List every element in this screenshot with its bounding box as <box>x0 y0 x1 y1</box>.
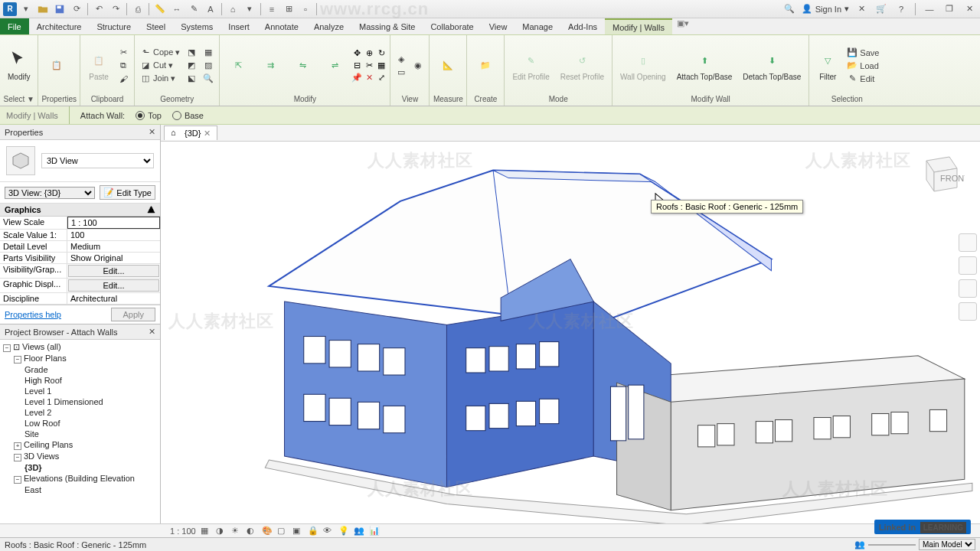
tab-steel[interactable]: Steel <box>139 18 173 34</box>
edit-profile-button[interactable]: ✎Edit Profile <box>508 48 554 83</box>
view-tool-3[interactable]: ◉ <box>410 60 426 72</box>
wall-opening-button[interactable]: ▯Wall Opening <box>616 48 671 83</box>
create-button[interactable]: 📁 <box>470 54 501 78</box>
tab-massing[interactable]: Massing & Site <box>351 18 423 34</box>
thinlines-icon[interactable]: ≡ <box>264 2 279 17</box>
geom-tool-5[interactable]: ▨ <box>201 60 216 72</box>
join-button[interactable]: ◫Join ▾ <box>138 73 182 85</box>
analytical-icon[interactable]: 📊 <box>369 526 380 536</box>
open-icon[interactable] <box>35 2 51 17</box>
properties-close-icon[interactable]: ✕ <box>149 127 155 137</box>
prop-row[interactable]: Graphic Displ...Edit... <box>0 279 160 293</box>
prop-row[interactable]: Parts VisibilityShow Original <box>0 253 160 264</box>
tab-insert[interactable]: Insert <box>220 18 257 34</box>
temp-hide-icon[interactable]: 👁 <box>323 526 334 536</box>
tab-manage[interactable]: Manage <box>514 18 560 34</box>
tab-file[interactable]: File <box>0 18 29 34</box>
trim-icon[interactable]: ⊟ <box>351 60 362 71</box>
print-icon[interactable]: ⎙ <box>130 2 145 17</box>
edit-type-button[interactable]: 📝Edit Type <box>100 185 155 200</box>
redo-icon[interactable]: ↷ <box>108 2 123 17</box>
array-icon[interactable]: ▦ <box>376 60 387 71</box>
tree-fp-item[interactable]: Low Roof <box>3 418 157 429</box>
copy-tool-icon[interactable]: ⊕ <box>364 48 374 59</box>
visual-style-icon[interactable]: ◑ <box>216 526 227 536</box>
graphics-section-header[interactable]: Graphics⯅ <box>0 204 160 217</box>
geom-tool-6[interactable]: 🔍 <box>201 73 216 85</box>
close-window-icon[interactable]: ✕ <box>962 2 977 17</box>
geom-tool-3[interactable]: ⬕ <box>184 73 199 85</box>
tree-fp-item[interactable]: High Roof <box>3 375 157 386</box>
tree-views-root[interactable]: −⊡ Views (all) <box>3 341 157 353</box>
minimize-icon[interactable]: — <box>922 2 937 17</box>
edit-sel-button[interactable]: ✎Edit <box>844 73 881 85</box>
offset-button[interactable]: ⇉ <box>255 54 286 78</box>
tab-modify-walls[interactable]: Modify | Walls <box>605 18 672 34</box>
split-icon[interactable]: ✂ <box>364 60 374 71</box>
nav-wheel-icon[interactable] <box>959 233 977 252</box>
radio-top[interactable]: Top <box>136 111 162 120</box>
sync-icon[interactable]: ⟳ <box>69 2 84 17</box>
cope-button[interactable]: ⬑Cope ▾ <box>138 47 182 59</box>
paste-button[interactable]: 📋 Paste <box>83 48 114 83</box>
prop-row[interactable]: DisciplineArchitectural <box>0 293 160 305</box>
worksets-icon[interactable]: 👥 <box>854 540 865 549</box>
move-icon[interactable]: ✥ <box>351 48 362 59</box>
tab-finish-icon[interactable]: ▣▾ <box>672 18 694 34</box>
tab-structure[interactable]: Structure <box>89 18 139 34</box>
properties-help-link[interactable]: Properties help <box>5 310 61 319</box>
3d-canvas[interactable]: Roofs : Basic Roof : Generic - 125mm FRO… <box>161 142 980 523</box>
load-sel-button[interactable]: 📂Load <box>844 60 881 72</box>
tab-analyze[interactable]: Analyze <box>306 18 351 34</box>
worksharing-icon[interactable]: 👥 <box>354 526 364 536</box>
tree-fp-item[interactable]: Grade <box>3 364 157 375</box>
qat-menu-icon[interactable]: ▾ <box>18 2 34 17</box>
shadows-icon[interactable]: ◐ <box>247 526 257 536</box>
measure-icon[interactable]: 📏 <box>152 2 168 17</box>
rendering-icon[interactable]: 🎨 <box>262 526 273 536</box>
apply-button[interactable]: Apply <box>111 308 155 321</box>
tree-fp-item[interactable]: Level 2 <box>3 407 157 418</box>
tab-view[interactable]: View <box>482 18 515 34</box>
detail-level-icon[interactable]: ▦ <box>201 526 211 536</box>
tree-floor-plans[interactable]: −Floor Plans <box>3 353 157 364</box>
panel-select-label[interactable]: Select ▼ <box>3 94 34 104</box>
switch-window-icon[interactable]: ▫ <box>298 2 313 17</box>
tree-ceiling-plans[interactable]: +Ceiling Plans <box>3 439 157 451</box>
tag-icon[interactable]: ✎ <box>186 2 201 17</box>
text-icon[interactable]: A <box>203 2 218 17</box>
modify-button[interactable]: Modify <box>3 48 34 83</box>
match-button[interactable]: 🖌 <box>116 73 131 85</box>
filter-button[interactable]: ▽Filter <box>812 48 843 83</box>
prop-row[interactable]: View Scale1 : 100 <box>0 217 160 230</box>
signin-button[interactable]: 👤Sign In▾ <box>802 4 849 14</box>
help-icon[interactable]: ? <box>893 2 909 17</box>
save-sel-button[interactable]: 💾Save <box>844 47 881 59</box>
section-icon[interactable]: ▾ <box>242 2 257 17</box>
browser-close-icon[interactable]: ✕ <box>149 327 155 337</box>
crop-visible-icon[interactable]: ▣ <box>292 526 303 536</box>
scale-icon[interactable]: ⤢ <box>376 73 387 83</box>
lock-icon[interactable]: 🔒 <box>308 526 318 536</box>
nav-orbit-icon[interactable] <box>959 302 977 321</box>
tree-fp-item[interactable]: Site <box>3 429 157 439</box>
radio-base[interactable]: Base <box>172 111 204 120</box>
restore-icon[interactable]: ❐ <box>942 2 957 17</box>
mirror-draw-button[interactable]: ⇌ <box>319 54 350 78</box>
view-tab-close-icon[interactable]: ✕ <box>204 129 211 139</box>
crop-icon[interactable]: ▢ <box>277 526 288 536</box>
default3d-icon[interactable]: ⌂ <box>225 2 240 17</box>
cut-clip-button[interactable]: ✂ <box>116 47 131 59</box>
detach-button[interactable]: ⬇Detach Top/Base <box>738 48 805 83</box>
view-cube[interactable]: FRONT <box>911 149 965 203</box>
geom-tool-4[interactable]: ▦ <box>201 47 216 59</box>
tree-fp-item[interactable]: Level 1 <box>3 386 157 396</box>
sun-path-icon[interactable]: ☀ <box>231 526 242 536</box>
workset-field[interactable] <box>868 544 916 546</box>
undo-icon[interactable]: ↶ <box>91 2 106 17</box>
search-icon[interactable]: 🔍 <box>782 2 797 17</box>
exchange-icon[interactable]: ✕ <box>854 2 869 17</box>
reset-profile-button[interactable]: ↺Reset Profile <box>556 48 609 83</box>
tab-annotate[interactable]: Annotate <box>257 18 306 34</box>
tree-3d-item[interactable]: {3D} <box>3 462 157 473</box>
